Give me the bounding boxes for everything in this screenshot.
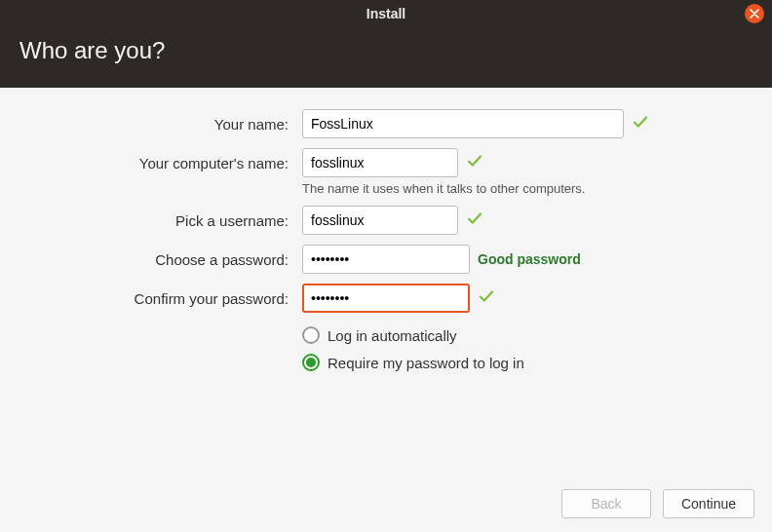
page-title: Who are you?	[19, 37, 753, 64]
login-require-option[interactable]: Require my password to log in	[302, 354, 772, 371]
password-label: Choose a password:	[0, 251, 292, 268]
password-strength: Good password	[478, 251, 581, 267]
titlebar: Install	[0, 0, 772, 27]
check-icon	[466, 152, 483, 173]
computer-name-label: Your computer's name:	[0, 155, 292, 171]
check-icon	[478, 287, 495, 309]
password-input[interactable]	[302, 245, 470, 274]
confirm-password-input[interactable]	[302, 284, 470, 313]
login-require-label: Require my password to log in	[328, 355, 524, 371]
header: Who are you?	[0, 27, 772, 88]
radio-icon	[302, 354, 320, 371]
username-input[interactable]	[302, 206, 458, 235]
login-auto-option[interactable]: Log in automatically	[302, 326, 772, 344]
back-button[interactable]: Back	[561, 489, 651, 518]
window-title: Install	[367, 6, 405, 21]
continue-button[interactable]: Continue	[663, 489, 754, 518]
name-label: Your name:	[0, 116, 292, 133]
radio-icon	[302, 326, 320, 344]
close-icon[interactable]	[745, 4, 764, 23]
computer-name-input[interactable]	[302, 148, 458, 177]
check-icon	[466, 209, 483, 231]
confirm-password-label: Confirm your password:	[0, 290, 292, 307]
username-label: Pick a username:	[0, 212, 292, 229]
login-auto-label: Log in automatically	[328, 327, 457, 344]
name-input[interactable]	[302, 109, 624, 138]
computer-name-hint: The name it uses when it talks to other …	[302, 181, 772, 196]
form-body: Your name: Your computer's name: The nam…	[0, 88, 772, 532]
install-window: Install Who are you? Your name: Your com…	[0, 0, 772, 532]
check-icon	[632, 113, 649, 134]
footer: Back Continue	[561, 489, 754, 518]
